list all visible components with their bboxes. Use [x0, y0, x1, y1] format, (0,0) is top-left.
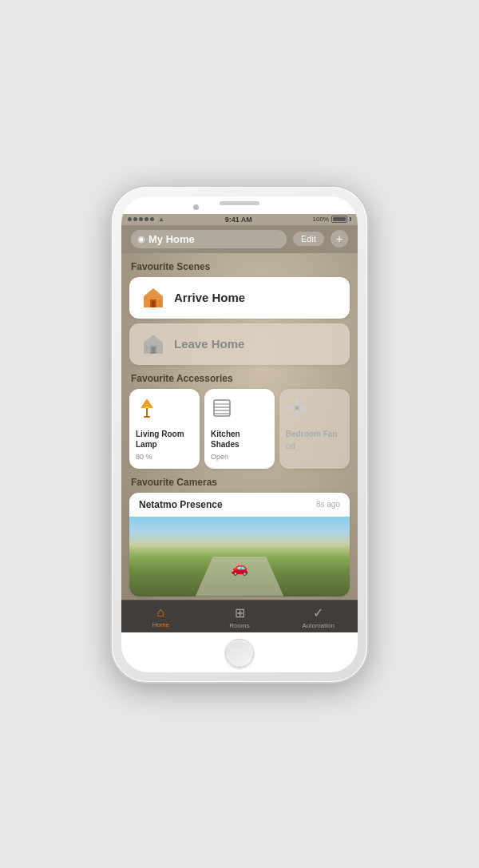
shades-icon	[211, 397, 268, 424]
arrive-home-label: Arrive Home	[174, 291, 245, 304]
home-tab-label: Home	[152, 621, 169, 628]
lamp-icon	[136, 397, 193, 424]
fan-name: Bedroom Fan	[286, 429, 343, 439]
svg-rect-19	[144, 416, 150, 418]
home-button[interactable]	[225, 639, 254, 668]
battery-tip	[350, 217, 351, 221]
phone-camera	[193, 204, 199, 210]
signal-dots: ▲	[128, 216, 164, 223]
camera-card-netatmo[interactable]: Netatmo Presence 8s ago	[129, 493, 350, 597]
rooms-tab-label: Rooms	[229, 622, 249, 629]
scenes-list: Arrive Home	[121, 277, 358, 365]
status-bar: ▲ 9:41 AM 100%	[121, 214, 358, 225]
tab-automation[interactable]: ✓ Automation	[279, 605, 358, 629]
fan-icon	[286, 397, 343, 424]
svg-point-30	[295, 406, 299, 410]
automation-tab-icon: ✓	[313, 605, 323, 620]
scene-card-arrive-home[interactable]: Arrive Home	[129, 277, 350, 319]
accessory-bedroom-fan[interactable]: Bedroom Fan Off	[279, 389, 350, 469]
nav-title: My Home	[148, 233, 195, 245]
camera-driveway	[196, 557, 283, 597]
signal-dot-5	[150, 217, 154, 221]
svg-point-28	[295, 410, 299, 418]
cameras-section-title: Favourite Cameras	[121, 469, 358, 493]
svg-rect-2	[152, 301, 155, 307]
svg-rect-18	[146, 408, 148, 416]
camera-time-ago: 8s ago	[316, 500, 340, 509]
wifi-icon: ▲	[158, 216, 164, 223]
phone-speaker	[220, 201, 259, 205]
svg-point-27	[299, 406, 307, 410]
battery-percent: 100%	[313, 216, 329, 223]
fan-status: Off	[286, 442, 343, 450]
edit-button[interactable]: Edit	[293, 232, 324, 246]
status-time: 9:41 AM	[225, 216, 252, 224]
leave-home-icon-wrap	[141, 331, 166, 357]
home-tab-icon: ⌂	[157, 605, 165, 620]
leave-home-icon	[141, 331, 166, 357]
camera-header: Netatmo Presence 8s ago	[129, 493, 350, 517]
svg-rect-10	[152, 347, 155, 354]
signal-dot-3	[139, 217, 143, 221]
scene-card-leave-home[interactable]: Leave Home	[129, 323, 350, 365]
phone-screen: ▲ 9:41 AM 100% ◉ My Home Edit +	[121, 196, 358, 672]
scenes-section-title: Favourite Scenes	[121, 253, 358, 277]
accessories-section-title: Favourite Accessories	[121, 365, 358, 389]
accessory-kitchen-shades[interactable]: Kitchen Shades Open	[204, 389, 275, 469]
automation-tab-label: Automation	[302, 622, 334, 629]
rooms-tab-icon: ⊞	[235, 605, 245, 620]
fan-svg-icon	[286, 397, 308, 419]
camera-image	[129, 517, 350, 597]
main-scroll-area[interactable]: Favourite Scenes	[121, 253, 358, 600]
svg-point-29	[287, 406, 295, 410]
signal-dot-1	[128, 217, 132, 221]
camera-name: Netatmo Presence	[139, 499, 223, 510]
signal-dot-2	[133, 217, 137, 221]
shades-svg-icon	[211, 397, 233, 419]
signal-dot-4	[144, 217, 148, 221]
location-icon: ◉	[137, 234, 145, 244]
leave-home-label: Leave Home	[174, 337, 244, 351]
arrive-home-icon	[141, 285, 166, 311]
tab-home[interactable]: ⌂ Home	[121, 605, 200, 629]
lamp-status: 80 %	[136, 453, 193, 461]
battery-bar	[331, 216, 347, 223]
arrive-home-icon-wrap	[141, 285, 166, 311]
svg-point-26	[295, 398, 299, 406]
phone-device: ▲ 9:41 AM 100% ◉ My Home Edit +	[112, 187, 367, 682]
tab-bar: ⌂ Home ⊞ Rooms ✓ Automation	[121, 600, 358, 632]
nav-bar: ◉ My Home Edit +	[121, 225, 358, 253]
lamp-svg-icon	[136, 397, 158, 419]
location-button[interactable]: ◉ My Home	[131, 230, 287, 248]
accessories-grid: Living Room Lamp 80 %	[121, 389, 358, 469]
shades-name: Kitchen Shades	[211, 429, 268, 450]
battery-area: 100%	[313, 216, 351, 223]
lamp-name: Living Room Lamp	[136, 429, 193, 450]
accessory-living-room-lamp[interactable]: Living Room Lamp 80 %	[129, 389, 200, 469]
add-button[interactable]: +	[331, 230, 348, 248]
battery-fill	[333, 217, 346, 221]
app-screen: ▲ 9:41 AM 100% ◉ My Home Edit +	[121, 214, 358, 632]
phone-top-bar	[121, 196, 358, 205]
shades-status: Open	[211, 453, 268, 461]
tab-rooms[interactable]: ⊞ Rooms	[200, 605, 279, 629]
